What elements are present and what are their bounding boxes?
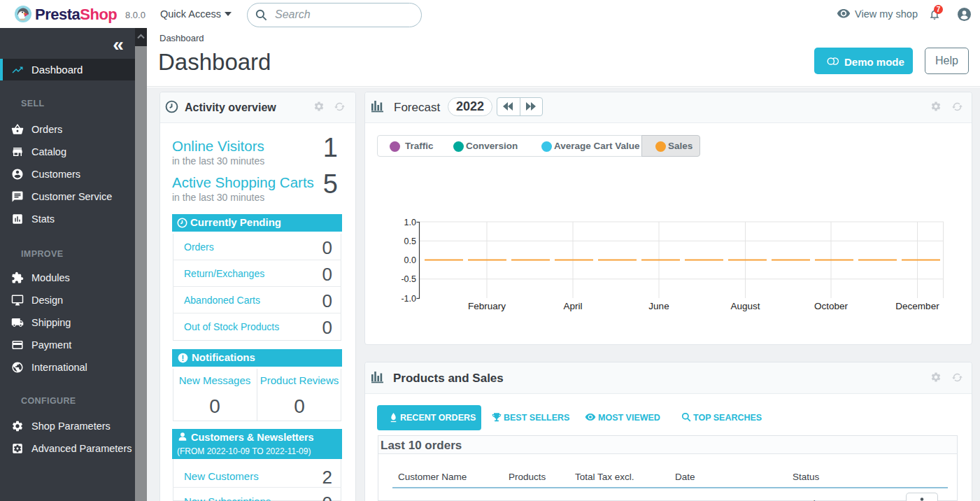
svg-text:October: October xyxy=(814,301,848,311)
svg-text:-1.0: -1.0 xyxy=(401,294,416,304)
svg-text:April: April xyxy=(563,301,582,311)
svg-text:June: June xyxy=(648,301,669,311)
svg-text:December: December xyxy=(895,301,939,311)
svg-text:1.0: 1.0 xyxy=(404,218,416,227)
svg-text:February: February xyxy=(468,301,506,311)
svg-text:August: August xyxy=(730,301,760,311)
svg-text:0.0: 0.0 xyxy=(404,255,416,265)
svg-text:0.5: 0.5 xyxy=(404,237,416,246)
svg-text:-0.5: -0.5 xyxy=(401,274,416,284)
